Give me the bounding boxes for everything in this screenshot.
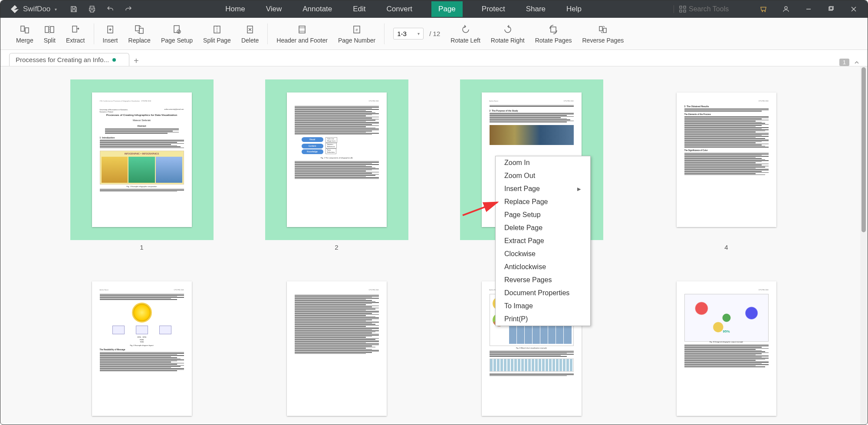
menu-annotate[interactable]: Annotate bbox=[301, 1, 334, 17]
menu-share[interactable]: Share bbox=[524, 1, 547, 17]
menu-view[interactable]: View bbox=[264, 1, 284, 17]
ctx-doc-properties[interactable]: Document Properties bbox=[496, 287, 590, 300]
ctx-replace-page[interactable]: Replace Page bbox=[496, 195, 590, 208]
ctx-print[interactable]: Print(P) bbox=[496, 313, 590, 326]
file-tab-label: Processes for Creating an Info... bbox=[16, 56, 109, 63]
ribbon-replace[interactable]: Replace bbox=[123, 24, 156, 44]
page-number-4: 4 bbox=[724, 244, 728, 251]
minimize-icon[interactable] bbox=[800, 0, 817, 18]
ribbon-page-setup[interactable]: Page Setup bbox=[156, 24, 198, 44]
svg-rect-29 bbox=[299, 26, 305, 33]
svg-line-37 bbox=[463, 202, 497, 215]
collapse-ribbon-icon[interactable] bbox=[854, 59, 860, 66]
titlebar: SwifDoo ▾ Home View Annotate Edit Conver… bbox=[0, 0, 868, 18]
ribbon-header-footer[interactable]: Header and Footer bbox=[271, 24, 333, 44]
close-icon[interactable] bbox=[845, 0, 862, 18]
menu-convert[interactable]: Convert bbox=[385, 1, 414, 17]
main-menu: Home View Annotate Edit Convert Page Pro… bbox=[133, 1, 674, 17]
svg-rect-15 bbox=[72, 26, 77, 32]
dirty-indicator-icon bbox=[112, 58, 116, 62]
page-number-2: 2 bbox=[335, 244, 338, 251]
thumbnail-area: 27th Conference on Processes of Infograp… bbox=[1, 66, 867, 424]
ribbon-reverse-pages[interactable]: Reverse Pages bbox=[577, 24, 629, 44]
svg-rect-7 bbox=[830, 6, 833, 10]
svg-rect-10 bbox=[21, 26, 24, 31]
ribbon-page-number[interactable]: #Page Number bbox=[333, 24, 381, 44]
context-menu: Zoom In Zoom Out Insert Page▶ Replace Pa… bbox=[495, 156, 591, 326]
ribbon-rotate-right[interactable]: Rotate Right bbox=[486, 24, 530, 44]
ctx-clockwise[interactable]: Clockwise bbox=[496, 247, 590, 260]
user-icon[interactable] bbox=[777, 0, 795, 18]
svg-rect-12 bbox=[45, 26, 49, 33]
page-count-badge: 1 bbox=[839, 59, 849, 66]
page-thumbnail-1[interactable]: 27th Conference on Processes of Infograp… bbox=[70, 79, 214, 240]
cart-icon[interactable] bbox=[755, 0, 772, 18]
brand-name: SwifDoo bbox=[23, 5, 50, 13]
page-number-1: 1 bbox=[140, 244, 143, 251]
ribbon: Merge Split Extract Insert Replace Page … bbox=[0, 18, 868, 50]
page-thumbnail-6[interactable]: CPIV/FM 2018 bbox=[265, 268, 408, 424]
page-thumbnail-4[interactable]: CPIV/FM 2018 3 The Obtained Results The … bbox=[655, 79, 798, 240]
ribbon-extract[interactable]: Extract bbox=[61, 24, 90, 44]
menu-home[interactable]: Home bbox=[224, 1, 247, 17]
page-thumbnail-2[interactable]: CPIV/FM 2018 Visual Color LineShape Icon… bbox=[265, 79, 408, 240]
scrollbar[interactable] bbox=[860, 66, 867, 424]
svg-rect-19 bbox=[135, 26, 139, 31]
brand-dropdown-icon[interactable]: ▾ bbox=[55, 7, 57, 12]
brand-icon bbox=[10, 4, 20, 14]
svg-rect-2 bbox=[680, 10, 682, 12]
ribbon-split[interactable]: Split bbox=[39, 24, 61, 44]
search-grid-icon[interactable] bbox=[679, 6, 686, 13]
total-pages: / 12 bbox=[429, 30, 440, 37]
submenu-arrow-icon: ▶ bbox=[577, 186, 581, 192]
svg-rect-1 bbox=[684, 6, 686, 8]
menu-help[interactable]: Help bbox=[565, 1, 583, 17]
svg-rect-20 bbox=[139, 28, 143, 33]
svg-rect-3 bbox=[684, 10, 686, 12]
ribbon-rotate-pages[interactable]: Rotate Pages bbox=[530, 24, 577, 44]
ribbon-merge[interactable]: Merge bbox=[11, 24, 39, 44]
file-tab[interactable]: Processes for Creating an Info... bbox=[9, 53, 129, 66]
svg-rect-11 bbox=[25, 28, 29, 33]
ctx-zoom-in[interactable]: Zoom In bbox=[496, 156, 590, 169]
svg-rect-13 bbox=[50, 26, 54, 33]
redo-icon[interactable] bbox=[124, 4, 133, 14]
ctx-delete-page[interactable]: Delete Page bbox=[496, 221, 590, 234]
svg-rect-35 bbox=[599, 26, 602, 31]
ctx-zoom-out[interactable]: Zoom Out bbox=[496, 169, 590, 182]
dropdown-caret-icon[interactable]: ▾ bbox=[418, 31, 420, 36]
svg-rect-36 bbox=[603, 28, 606, 33]
annotation-arrow-icon bbox=[460, 198, 504, 220]
svg-rect-34 bbox=[551, 27, 556, 32]
save-icon[interactable] bbox=[69, 4, 79, 14]
ctx-extract-page[interactable]: Extract Page bbox=[496, 234, 590, 247]
menu-edit[interactable]: Edit bbox=[351, 1, 367, 17]
ctx-to-image[interactable]: To Image bbox=[496, 300, 590, 313]
svg-point-23 bbox=[178, 31, 180, 32]
menu-page[interactable]: Page bbox=[431, 1, 463, 17]
svg-point-4 bbox=[785, 7, 787, 9]
ribbon-delete[interactable]: Delete bbox=[236, 24, 264, 44]
undo-icon[interactable] bbox=[105, 4, 115, 14]
ribbon-rotate-left[interactable]: Rotate Left bbox=[445, 24, 486, 44]
tabbar: Processes for Creating an Info... + 1 bbox=[0, 50, 868, 66]
print-icon[interactable] bbox=[87, 4, 97, 14]
scrollbar-handle[interactable] bbox=[861, 67, 866, 232]
maximize-icon[interactable] bbox=[822, 0, 840, 18]
ribbon-insert[interactable]: Insert bbox=[98, 24, 123, 44]
page-thumbnail-8[interactable]: CPIV/FM 2018 95% Fig. 8 Designed infogra… bbox=[655, 268, 798, 424]
page-thumbnail-5[interactable]: Author NameCPIV/FM 2018 SON SONFDMTDM Fi… bbox=[70, 268, 214, 424]
add-tab-button[interactable]: + bbox=[134, 56, 139, 66]
ctx-page-setup[interactable]: Page Setup bbox=[496, 208, 590, 221]
ctx-insert-page[interactable]: Insert Page▶ bbox=[496, 182, 590, 195]
menu-protect[interactable]: Protect bbox=[480, 1, 507, 17]
search-input[interactable] bbox=[689, 5, 750, 13]
ctx-reverse-pages[interactable]: Reverse Pages bbox=[496, 273, 590, 287]
svg-rect-6 bbox=[829, 7, 832, 10]
svg-rect-0 bbox=[680, 6, 682, 8]
ribbon-split-page[interactable]: Split Page bbox=[198, 24, 236, 44]
svg-text:#: # bbox=[356, 28, 358, 32]
search-area bbox=[674, 5, 750, 13]
ctx-anticlockwise[interactable]: Anticlockwise bbox=[496, 260, 590, 273]
